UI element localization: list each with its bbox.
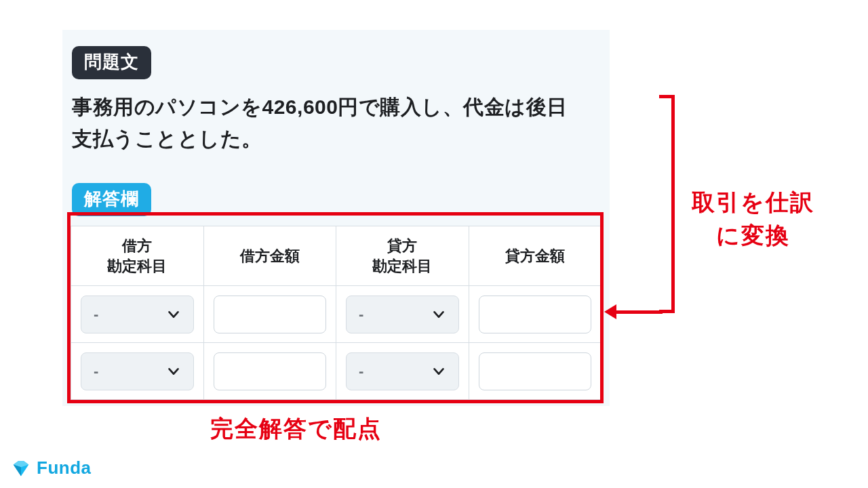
th-credit-amount: 貸方金額 <box>469 226 601 286</box>
brand-name: Funda <box>37 458 92 479</box>
exercise-card: 問題文 事務用のパソコンを426,600円で購入し、代金は後日支払うこととした。… <box>62 30 610 406</box>
journal-table-wrap: 借方 勘定科目 借方金額 貸方 勘定科目 貸方金額 - <box>71 226 601 400</box>
question-label-pill: 問題文 <box>72 46 151 79</box>
select-value: - <box>359 306 363 323</box>
table-row: - - <box>71 343 601 400</box>
debit-account-select[interactable]: - <box>81 352 194 390</box>
select-value: - <box>94 306 98 323</box>
brand-logo: Funda <box>11 458 92 479</box>
diamond-icon <box>11 460 31 477</box>
debit-amount-input[interactable] <box>214 296 327 333</box>
side-annotation: 取引を仕訳 に変換 <box>692 186 814 253</box>
answer-label-pill: 解答欄 <box>72 183 151 216</box>
chevron-down-icon <box>431 307 446 322</box>
journal-table: 借方 勘定科目 借方金額 貸方 勘定科目 貸方金額 - <box>71 226 601 400</box>
annotation-bracket <box>659 95 686 313</box>
side-annotation-line1: 取引を仕訳 <box>692 186 814 219</box>
th-debit-amount: 借方金額 <box>203 226 336 286</box>
credit-amount-input[interactable] <box>479 296 592 333</box>
chevron-down-icon <box>431 364 446 379</box>
side-annotation-line2: に変換 <box>692 219 814 252</box>
credit-account-select[interactable]: - <box>346 296 459 333</box>
th-debit-account: 借方 勘定科目 <box>71 226 204 286</box>
chevron-down-icon <box>166 307 181 322</box>
credit-amount-input[interactable] <box>479 352 592 390</box>
annotation-arrow <box>607 305 663 319</box>
debit-account-select[interactable]: - <box>81 296 194 333</box>
bottom-annotation: 完全解答で配点 <box>210 413 382 445</box>
answer-section: 解答欄 借方 勘定科目 借方金額 貸方 勘定科目 貸方金額 <box>62 183 610 400</box>
stage: 問題文 事務用のパソコンを426,600円で購入し、代金は後日支払うこととした。… <box>0 0 868 488</box>
debit-amount-input[interactable] <box>214 352 327 390</box>
table-header-row: 借方 勘定科目 借方金額 貸方 勘定科目 貸方金額 <box>71 226 601 286</box>
th-credit-account: 貸方 勘定科目 <box>336 226 469 286</box>
question-text: 事務用のパソコンを426,600円で購入し、代金は後日支払うこととした。 <box>72 92 587 155</box>
select-value: - <box>94 363 98 380</box>
chevron-down-icon <box>166 364 181 379</box>
credit-account-select[interactable]: - <box>346 352 459 390</box>
table-row: - - <box>71 286 601 343</box>
select-value: - <box>359 363 363 380</box>
